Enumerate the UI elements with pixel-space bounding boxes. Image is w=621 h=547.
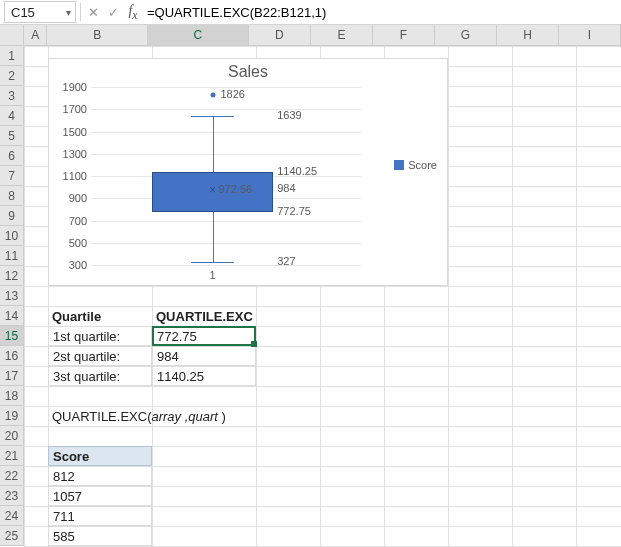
fx-icon[interactable]: fx (123, 1, 143, 23)
chevron-down-icon[interactable]: ▾ (66, 7, 71, 18)
sales-chart[interactable]: Sales 30050070090011001300150017001900×9… (48, 58, 448, 286)
row-header[interactable]: 17 (0, 366, 23, 386)
quartile-row-value: 984 (152, 346, 256, 366)
select-all-corner[interactable] (0, 25, 24, 46)
row-header[interactable]: 20 (0, 426, 23, 446)
formula-bar: C15 ▾ ✕ ✓ fx (0, 0, 621, 25)
quartile-row-label: 1st quartile: (48, 326, 152, 346)
y-tick: 1900 (63, 81, 91, 93)
confirm-icon[interactable]: ✓ (103, 1, 123, 23)
column-header[interactable]: B (47, 25, 148, 45)
column-header[interactable]: A (24, 25, 47, 45)
score-value: 585 (48, 526, 152, 546)
spreadsheet-grid[interactable]: ABCDEFGHI 123456789101112131415161718192… (0, 25, 621, 547)
row-header[interactable]: 15 (0, 326, 23, 346)
legend-label: Score (408, 159, 437, 171)
data-label: 1140.25 (277, 165, 317, 177)
quartile-row-value: 1140.25 (152, 366, 256, 386)
row-header[interactable]: 24 (0, 506, 23, 526)
chart-legend: Score (394, 159, 437, 171)
column-header[interactable]: G (435, 25, 497, 45)
score-value: 812 (48, 466, 152, 486)
formula-input[interactable] (143, 1, 621, 23)
mean-label: 972.56 (219, 183, 253, 195)
quartile-row-label: 2st quartile: (48, 346, 152, 366)
row-header[interactable]: 12 (0, 266, 23, 286)
syntax-hint: QUARTILE.EXC(array ,quart ) (48, 406, 348, 426)
y-tick: 1500 (63, 126, 91, 138)
data-label: 1639 (277, 109, 301, 121)
column-header[interactable]: F (373, 25, 435, 45)
row-header[interactable]: 3 (0, 86, 23, 106)
row-header[interactable]: 23 (0, 486, 23, 506)
row-header[interactable]: 19 (0, 406, 23, 426)
name-box[interactable]: C15 ▾ (4, 1, 76, 23)
y-tick: 500 (69, 237, 91, 249)
column-headers: ABCDEFGHI (24, 25, 621, 46)
row-header[interactable]: 2 (0, 66, 23, 86)
data-label: 772.75 (277, 205, 311, 217)
legend-swatch (394, 160, 404, 170)
y-tick: 900 (69, 192, 91, 204)
quartile-row-value: 772.75 (152, 326, 256, 346)
row-header[interactable]: 21 (0, 446, 23, 466)
cells-area[interactable]: Sales 30050070090011001300150017001900×9… (24, 46, 621, 547)
chart-title: Sales (49, 59, 447, 83)
y-tick: 1100 (63, 170, 91, 182)
row-header[interactable]: 10 (0, 226, 23, 246)
row-header[interactable]: 18 (0, 386, 23, 406)
cell-reference: C15 (11, 5, 35, 20)
row-header[interactable]: 13 (0, 286, 23, 306)
score-value: 1057 (48, 486, 152, 506)
quartile-row-label: 3st quartile: (48, 366, 152, 386)
y-tick: 1300 (63, 148, 91, 160)
row-header[interactable]: 8 (0, 186, 23, 206)
plot-area: 30050070090011001300150017001900×972.561… (91, 87, 361, 265)
score-header: Score (48, 446, 152, 466)
quartile-header-left: Quartile (48, 306, 152, 326)
y-tick: 700 (69, 215, 91, 227)
row-header[interactable]: 22 (0, 466, 23, 486)
row-header[interactable]: 1 (0, 46, 23, 66)
column-header[interactable]: H (497, 25, 559, 45)
cancel-icon[interactable]: ✕ (83, 1, 103, 23)
row-header[interactable]: 11 (0, 246, 23, 266)
data-label: 984 (277, 182, 295, 194)
row-headers: 1234567891011121314151617181920212223242… (0, 46, 24, 546)
column-header[interactable]: I (559, 25, 621, 45)
row-header[interactable]: 5 (0, 126, 23, 146)
column-header[interactable]: C (148, 25, 249, 45)
row-header[interactable]: 9 (0, 206, 23, 226)
row-header[interactable]: 7 (0, 166, 23, 186)
row-header[interactable]: 16 (0, 346, 23, 366)
column-header[interactable]: D (249, 25, 311, 45)
row-header[interactable]: 25 (0, 526, 23, 546)
score-value: 711 (48, 506, 152, 526)
quartile-header-right: QUARTILE.EXC (152, 306, 256, 326)
separator (80, 3, 81, 21)
row-header[interactable]: 4 (0, 106, 23, 126)
row-header[interactable]: 14 (0, 306, 23, 326)
row-header[interactable]: 6 (0, 146, 23, 166)
y-tick: 1700 (63, 103, 91, 115)
column-header[interactable]: E (311, 25, 373, 45)
data-label: 327 (277, 255, 295, 267)
y-tick: 300 (69, 259, 91, 271)
